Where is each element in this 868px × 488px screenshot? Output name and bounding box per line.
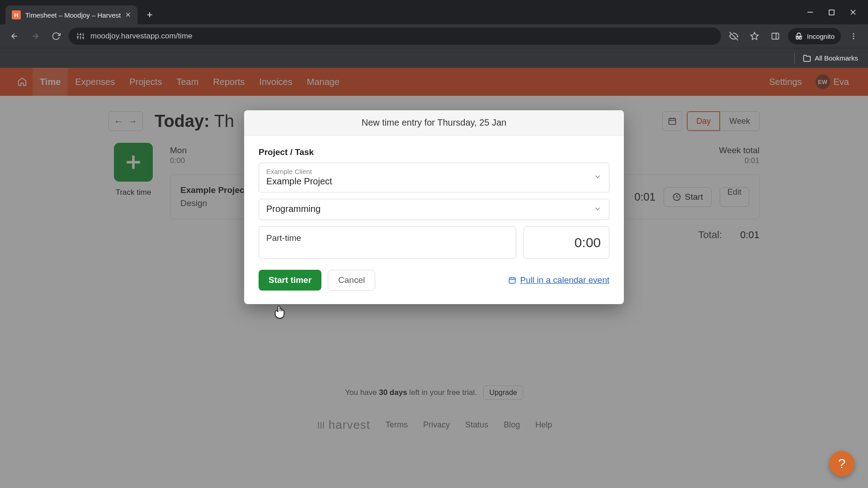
svg-point-19 xyxy=(853,33,854,34)
notes-input[interactable]: Part-time xyxy=(259,226,516,259)
incognito-icon xyxy=(794,32,803,41)
window-titlebar: H Timesheet – Moodjoy – Harvest ✕ + xyxy=(0,0,868,24)
cancel-button[interactable]: Cancel xyxy=(328,270,375,291)
page-viewport: Time Expenses Projects Team Reports Invo… xyxy=(0,68,868,488)
bookmark-star-icon[interactable] xyxy=(746,28,763,44)
folder-icon xyxy=(803,54,811,62)
start-timer-button[interactable]: Start timer xyxy=(259,270,321,291)
chevron-down-icon xyxy=(594,205,602,215)
eye-off-icon[interactable] xyxy=(726,28,742,44)
svg-marker-14 xyxy=(751,33,759,40)
address-bar[interactable]: moodjoy.harvestapp.com/time xyxy=(69,28,721,45)
incognito-badge[interactable]: Incognito xyxy=(788,28,841,44)
nav-forward-icon xyxy=(27,28,43,44)
tab-favicon: H xyxy=(12,10,21,19)
modal-title: New time entry for Thursday, 25 Jan xyxy=(244,110,624,136)
pull-calendar-link[interactable]: Pull in a calendar event xyxy=(508,275,609,285)
project-name-value: Example Project xyxy=(266,176,602,187)
time-input[interactable]: 0:00 xyxy=(524,226,609,259)
pull-calendar-label: Pull in a calendar event xyxy=(520,275,609,285)
reload-icon[interactable] xyxy=(48,28,64,44)
close-tab-icon[interactable]: ✕ xyxy=(125,11,131,19)
all-bookmarks-button[interactable]: All Bookmarks xyxy=(803,54,858,62)
site-settings-icon[interactable] xyxy=(76,32,85,41)
new-tab-button[interactable]: + xyxy=(142,7,157,23)
window-maximize-icon[interactable] xyxy=(829,9,835,15)
window-minimize-icon[interactable] xyxy=(807,9,813,15)
browser-tab[interactable]: H Timesheet – Moodjoy – Harvest ✕ xyxy=(5,5,137,24)
window-close-icon[interactable] xyxy=(850,9,856,15)
tab-title: Timesheet – Moodjoy – Harvest xyxy=(25,11,121,19)
project-task-label: Project / Task xyxy=(259,147,609,157)
svg-point-17 xyxy=(796,37,798,39)
project-select[interactable]: Example Client Example Project xyxy=(259,163,609,192)
url-text: moodjoy.harvestapp.com/time xyxy=(90,32,193,41)
svg-point-21 xyxy=(853,38,854,39)
svg-rect-15 xyxy=(772,33,779,39)
svg-rect-32 xyxy=(509,278,516,283)
task-select[interactable]: Programming xyxy=(259,199,609,220)
svg-point-20 xyxy=(853,36,854,37)
bookmarks-separator xyxy=(794,53,795,64)
side-panel-icon[interactable] xyxy=(767,28,783,44)
new-time-entry-modal: New time entry for Thursday, 25 Jan Proj… xyxy=(244,110,624,304)
project-client-label: Example Client xyxy=(266,168,602,175)
help-button[interactable]: ? xyxy=(829,451,854,476)
calendar-icon xyxy=(508,276,516,284)
all-bookmarks-label: All Bookmarks xyxy=(815,54,858,62)
incognito-label: Incognito xyxy=(807,33,835,40)
task-value: Programming xyxy=(266,204,602,214)
menu-icon[interactable] xyxy=(845,28,862,44)
bookmarks-bar: All Bookmarks xyxy=(0,48,868,68)
chevron-down-icon xyxy=(594,173,602,183)
nav-back-icon[interactable] xyxy=(6,28,23,44)
svg-rect-1 xyxy=(829,10,834,15)
browser-toolbar: moodjoy.harvestapp.com/time Incognito xyxy=(0,24,868,48)
svg-point-18 xyxy=(799,37,802,39)
